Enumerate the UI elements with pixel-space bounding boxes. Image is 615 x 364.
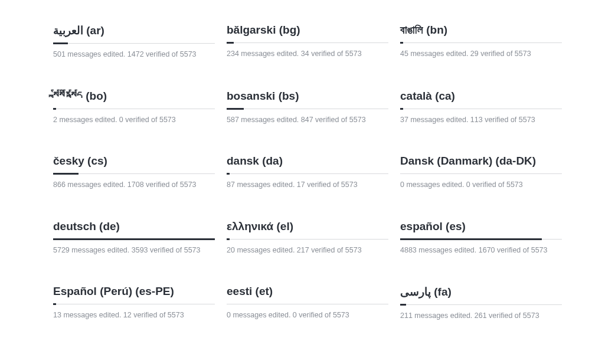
progress-fill (400, 304, 406, 306)
language-title[interactable]: español (es) (400, 220, 562, 233)
language-title[interactable]: Dansk (Danmark) (da-DK) (400, 155, 562, 168)
progress-track (227, 239, 388, 240)
progress-track (400, 239, 562, 240)
progress-track (53, 43, 215, 44)
language-title[interactable]: català (ca) (400, 90, 562, 103)
language-card[interactable]: پارسی (fa)211 messages edited. 261 verif… (400, 285, 562, 322)
language-card[interactable]: català (ca)37 messages edited. 113 verif… (400, 90, 562, 126)
language-stats: 2 messages edited. 0 verified of 5573 (53, 115, 215, 126)
language-card[interactable]: العربية (ar)501 messages edited. 1472 ve… (53, 24, 215, 60)
language-title[interactable]: སྐ༹ས༹རི༹སྐ༹ད༹ (bo) (53, 90, 215, 103)
language-stats: 587 messages edited. 847 verified of 557… (227, 115, 388, 126)
language-card[interactable]: སྐ༹ས༹རི༹སྐ༹ད༹ (bo)2 messages edited. 0 v… (53, 90, 215, 126)
language-stats: 234 messages edited. 34 verified of 5573 (227, 49, 388, 60)
language-card[interactable]: ελληνικά (el)20 messages edited. 217 ver… (227, 220, 388, 256)
language-card[interactable]: বাঙালি (bn)45 messages edited. 29 verifi… (400, 24, 562, 60)
language-card[interactable]: deutsch (de)5729 messages edited. 3593 v… (53, 220, 215, 256)
progress-track (227, 304, 388, 304)
language-title[interactable]: bălgarski (bg) (227, 24, 388, 37)
progress-track (400, 42, 562, 43)
language-stats: 866 messages edited. 1708 verified of 55… (53, 180, 215, 191)
language-card[interactable]: eesti (et)0 messages edited. 0 verified … (227, 285, 388, 322)
language-card[interactable]: Español (Perú) (es-PE)13 messages edited… (53, 285, 215, 322)
progress-track (53, 304, 215, 304)
language-stats: 5729 messages edited. 3593 verified of 5… (53, 245, 215, 256)
language-stats: 20 messages edited. 217 verified of 5573 (227, 245, 388, 256)
language-title[interactable]: dansk (da) (227, 155, 388, 168)
language-stats: 13 messages edited. 12 verified of 5573 (53, 310, 215, 321)
progress-track (400, 304, 562, 305)
progress-fill (53, 238, 215, 240)
language-title[interactable]: پارسی (fa) (400, 285, 562, 299)
progress-fill (227, 238, 230, 240)
language-card[interactable]: bosanski (bs)587 messages edited. 847 ve… (227, 90, 388, 126)
progress-fill (53, 42, 68, 44)
language-title[interactable]: ελληνικά (el) (227, 220, 388, 233)
progress-track (53, 173, 215, 174)
progress-track (227, 42, 388, 43)
progress-fill (53, 108, 56, 110)
language-title[interactable]: deutsch (de) (53, 220, 215, 233)
language-stats: 0 messages edited. 0 verified of 5573 (227, 310, 388, 321)
progress-fill (53, 303, 56, 305)
language-card[interactable]: dansk (da)87 messages edited. 17 verifie… (227, 155, 388, 191)
progress-track (53, 239, 215, 240)
progress-fill (227, 42, 234, 44)
language-title[interactable]: العربية (ar) (53, 24, 215, 37)
language-title[interactable]: česky (cs) (53, 155, 215, 168)
language-stats: 4883 messages edited. 1670 verified of 5… (400, 245, 562, 256)
progress-fill (53, 173, 78, 175)
progress-fill (400, 238, 542, 240)
language-card[interactable]: česky (cs)866 messages edited. 1708 veri… (53, 155, 215, 191)
language-stats: 501 messages edited. 1472 verified of 55… (53, 50, 215, 60)
progress-track (227, 173, 388, 174)
language-grid: العربية (ar)501 messages edited. 1472 ve… (53, 24, 562, 322)
language-title[interactable]: bosanski (bs) (227, 90, 388, 103)
language-stats: 0 messages edited. 0 verified of 5573 (400, 180, 562, 191)
language-card[interactable]: Dansk (Danmark) (da-DK)0 messages edited… (400, 155, 562, 191)
language-stats: 87 messages edited. 17 verified of 5573 (227, 180, 388, 191)
progress-fill (400, 108, 403, 110)
language-stats: 211 messages edited. 261 verified of 557… (400, 311, 562, 322)
language-stats: 37 messages edited. 113 verified of 5573 (400, 115, 562, 126)
language-title[interactable]: Español (Perú) (es-PE) (53, 285, 215, 298)
progress-fill (227, 108, 244, 110)
language-title[interactable]: eesti (et) (227, 285, 388, 298)
language-title[interactable]: বাঙালি (bn) (400, 24, 562, 37)
language-card[interactable]: español (es)4883 messages edited. 1670 v… (400, 220, 562, 256)
progress-track (227, 109, 388, 109)
language-stats: 45 messages edited. 29 verified of 5573 (400, 49, 562, 60)
progress-fill (227, 173, 230, 175)
language-card[interactable]: bălgarski (bg)234 messages edited. 34 ve… (227, 24, 388, 60)
progress-fill (400, 42, 403, 44)
progress-track (53, 109, 215, 109)
progress-track (400, 173, 562, 174)
progress-track (400, 109, 562, 109)
